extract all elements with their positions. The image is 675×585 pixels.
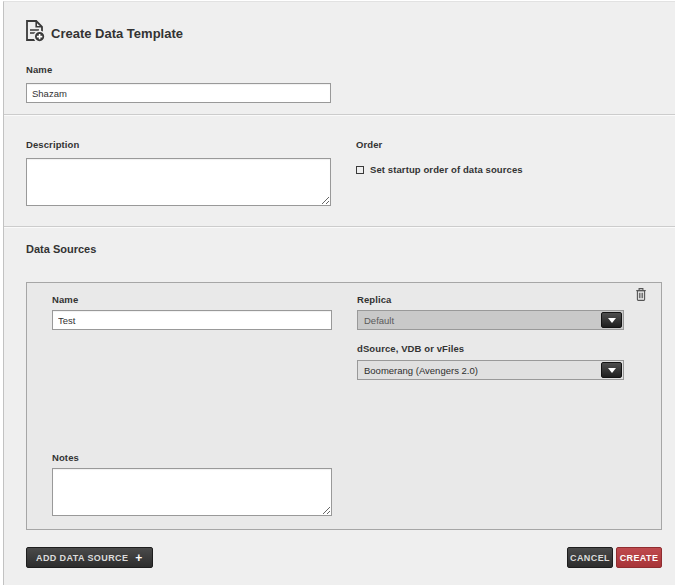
order-label: Order xyxy=(356,139,382,150)
create-data-template-dialog: Create Data Template Name Description Or… xyxy=(3,1,675,585)
trash-icon[interactable] xyxy=(635,287,647,302)
description-textarea[interactable] xyxy=(26,158,331,206)
source-select-value: Boomerang (Avengers 2.0) xyxy=(358,365,601,376)
data-source-card: Name Replica Default dSource, VDB or vFi… xyxy=(26,282,662,530)
create-button[interactable]: CREATE xyxy=(616,547,662,568)
plus-icon: + xyxy=(135,552,142,564)
startup-order-checkbox[interactable] xyxy=(356,166,364,174)
cancel-button[interactable]: CANCEL xyxy=(567,547,613,568)
replica-label: Replica xyxy=(357,294,392,305)
notes-textarea[interactable] xyxy=(52,468,332,516)
notes-label: Notes xyxy=(52,452,79,463)
replica-select[interactable]: Default xyxy=(357,310,624,330)
data-sources-section-title: Data Sources xyxy=(26,243,96,255)
ds-name-label: Name xyxy=(52,294,78,305)
divider xyxy=(4,226,675,228)
document-add-icon xyxy=(22,19,46,43)
chevron-down-icon[interactable] xyxy=(601,362,622,378)
ds-name-input[interactable] xyxy=(52,310,332,330)
chevron-down-icon[interactable] xyxy=(601,312,622,328)
name-input[interactable] xyxy=(26,83,331,103)
startup-order-checkbox-label: Set startup order of data sources xyxy=(370,164,523,175)
startup-order-option[interactable]: Set startup order of data sources xyxy=(356,159,523,177)
add-data-source-button-label: ADD DATA SOURCE xyxy=(36,553,128,563)
description-label: Description xyxy=(26,139,79,150)
divider xyxy=(4,114,675,116)
create-button-label: CREATE xyxy=(620,553,659,563)
add-data-source-button[interactable]: ADD DATA SOURCE + xyxy=(26,547,153,568)
cancel-button-label: CANCEL xyxy=(570,553,610,563)
source-select[interactable]: Boomerang (Avengers 2.0) xyxy=(357,360,624,380)
name-label: Name xyxy=(26,64,52,75)
page-title: Create Data Template xyxy=(51,26,183,41)
source-label: dSource, VDB or vFiles xyxy=(357,343,464,354)
replica-select-value: Default xyxy=(358,315,601,326)
